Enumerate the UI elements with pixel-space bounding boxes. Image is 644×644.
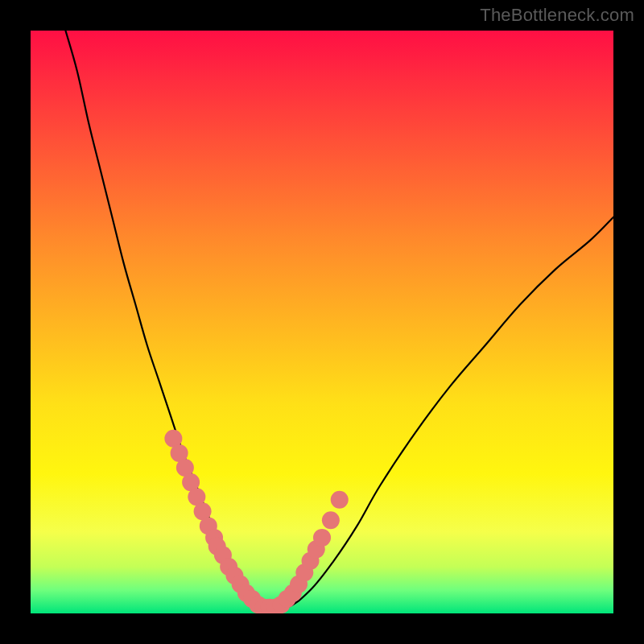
watermark-text: TheBottleneck.com: [480, 5, 634, 26]
outer-frame: TheBottleneck.com: [0, 0, 644, 644]
plot-area: [31, 31, 613, 613]
highlight-dots: [31, 31, 613, 613]
highlight-dot: [322, 511, 340, 529]
highlight-dot: [331, 491, 349, 509]
highlight-dot: [313, 529, 331, 547]
